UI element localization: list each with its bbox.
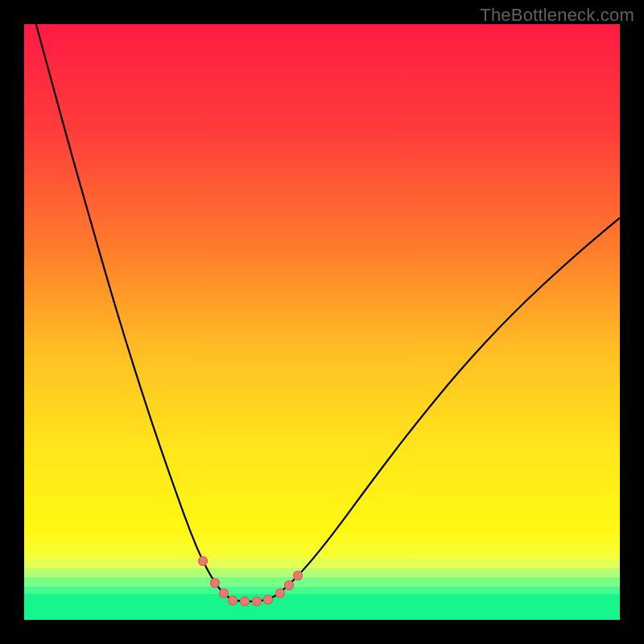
data-marker (284, 580, 294, 590)
bottleneck-curve (36, 24, 620, 601)
data-marker (275, 588, 285, 598)
data-marker (293, 571, 303, 580)
data-marker (252, 597, 262, 606)
data-marker (263, 595, 273, 605)
data-marker (219, 588, 229, 598)
chart-frame: TheBottleneck.com (0, 0, 644, 644)
data-marker (240, 597, 250, 606)
watermark-text: TheBottleneck.com (480, 5, 634, 26)
curve-svg (24, 24, 620, 620)
data-marker (198, 556, 208, 566)
plot-area (24, 24, 620, 620)
data-marker (210, 578, 220, 588)
data-marker (228, 596, 237, 605)
